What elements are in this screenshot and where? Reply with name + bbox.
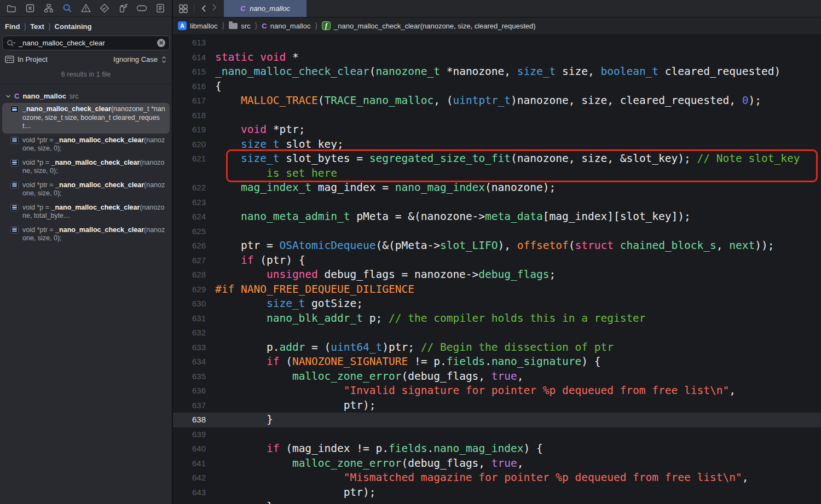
code-line[interactable]: 620 size_t slot_key;	[173, 137, 821, 152]
line-number: 629	[173, 282, 206, 297]
search-input[interactable]	[19, 39, 154, 47]
code-text: size_t gotSize;	[206, 297, 363, 311]
code-line[interactable]: 625	[173, 224, 821, 239]
code-line[interactable]: 636 "Invalid signature for pointer %p de…	[173, 384, 821, 398]
code-line[interactable]: 631 nano_blk_addr_t p; // the compiler h…	[173, 311, 821, 326]
line-number: 617	[173, 94, 206, 108]
code-line[interactable]: 617 MALLOC_TRACE(TRACE_nano_malloc, (uin…	[173, 94, 821, 108]
find-type-menu[interactable]: Text	[30, 22, 44, 31]
breadcrumb-item[interactable]: Cnano_malloc	[262, 22, 310, 30]
code-text: }	[206, 500, 273, 504]
code-line[interactable]: 630 size_t gotSize;	[173, 297, 821, 311]
search-icon[interactable]	[7, 39, 16, 47]
result-snippet: void *ptr = _nano_malloc_check_clear(nan…	[22, 181, 166, 198]
search-field[interactable]: ✕	[2, 36, 170, 50]
tab-bar: C nano_malloc	[173, 0, 821, 18]
source-control-navigator-icon[interactable]	[23, 2, 37, 14]
search-result-item[interactable]: void *ptr = _nano_malloc_check_clear(nan…	[2, 224, 170, 246]
line-number: 640	[173, 442, 206, 456]
code-line[interactable]: 633 p.addr = (uint64_t)ptr; // Begin the…	[173, 340, 821, 355]
search-result-item[interactable]: void *p = _nano_malloc_check_clear(nanoz…	[2, 157, 170, 178]
issue-navigator-icon[interactable]	[79, 2, 93, 14]
code-line[interactable]: 613	[173, 36, 821, 50]
code-line[interactable]: 643 ptr);	[173, 485, 821, 500]
line-number: 613	[173, 36, 206, 50]
result-snippet: void *ptr = _nano_malloc_check_clear(nan…	[22, 136, 166, 153]
search-result-item[interactable]: void *p = _nano_malloc_check_clear(nanoz…	[2, 201, 170, 223]
code-lines: 613614static void *615_nano_malloc_check…	[173, 36, 821, 504]
code-text: is set here	[206, 166, 337, 181]
code-line[interactable]: 644 }	[173, 500, 821, 504]
code-line[interactable]: 622 mag_index_t mag_index = nano_mag_ind…	[173, 181, 821, 195]
find-navigator-panel: Find ⟩ Text ⟩ Containing ✕ In Project Ig	[0, 0, 172, 504]
debug-navigator-icon[interactable]	[116, 2, 130, 14]
code-line[interactable]: 637 ptr);	[173, 398, 821, 413]
related-items-icon[interactable]	[178, 3, 189, 14]
code-text: ptr);	[206, 398, 376, 413]
jump-bar: Alibmalloc⟩src⟩Cnano_malloc⟩f_nano_mallo…	[173, 18, 821, 34]
breadcrumb-item[interactable]: f_nano_malloc_check_clear(nanozone, size…	[322, 21, 536, 30]
find-match-menu[interactable]: Containing	[55, 22, 92, 31]
code-text	[206, 224, 215, 239]
source-editor[interactable]: 613614static void *615_nano_malloc_check…	[173, 34, 821, 504]
test-navigator-icon[interactable]	[97, 2, 112, 14]
code-line[interactable]: 624 nano_meta_admin_t pMeta = &(nanozone…	[173, 210, 821, 224]
case-sensitivity-label[interactable]: Ignoring Case	[113, 55, 158, 63]
line-number: 633	[173, 340, 206, 355]
code-text: }	[206, 413, 273, 427]
code-text: mag_index_t mag_index = nano_mag_index(n…	[206, 181, 556, 195]
scope-label[interactable]: In Project	[18, 55, 48, 63]
code-line[interactable]: 621 size_t slot_bytes = segregated_size_…	[173, 152, 821, 166]
code-line[interactable]: 632	[173, 326, 821, 340]
function-icon: f	[322, 21, 331, 30]
forward-button[interactable]	[212, 3, 217, 11]
disclosure-chevron-icon[interactable]	[5, 92, 11, 100]
breadcrumb-label: libmalloc	[190, 22, 218, 30]
code-line[interactable]: 626 ptr = OSAtomicDequeue(&(pMeta->slot_…	[173, 239, 821, 253]
code-text: malloc_zone_error(debug_flags, true,	[206, 456, 524, 471]
code-line[interactable]: 627 if (ptr) {	[173, 253, 821, 268]
line-number: 615	[173, 65, 206, 79]
line-number: 631	[173, 311, 206, 326]
code-text: MALLOC_TRACE(TRACE_nano_malloc, (uintptr…	[206, 94, 761, 108]
breadcrumb-separator: ⟩	[255, 21, 258, 31]
code-text: ptr);	[206, 485, 376, 500]
line-number: 634	[173, 355, 206, 369]
search-result-item[interactable]: void *ptr = _nano_malloc_check_clear(nan…	[2, 179, 170, 201]
code-line[interactable]: 635 malloc_zone_error(debug_flags, true,	[173, 369, 821, 384]
tab-nano-malloc[interactable]: C nano_malloc	[224, 0, 307, 17]
find-navigator-icon[interactable]	[60, 2, 74, 14]
code-line[interactable]: 616{	[173, 79, 821, 94]
result-group-header[interactable]: C nano_malloc src	[0, 91, 172, 102]
symbol-navigator-icon[interactable]	[42, 2, 56, 14]
code-line[interactable]: 619 void *ptr;	[173, 123, 821, 137]
code-line[interactable]: 639	[173, 427, 821, 442]
report-navigator-icon[interactable]	[153, 2, 167, 14]
project-navigator-icon[interactable]	[4, 2, 19, 14]
code-line[interactable]: 615_nano_malloc_check_clear(nanozone_t *…	[173, 65, 821, 79]
stepper-icon[interactable]	[161, 56, 167, 63]
breadcrumb-item[interactable]: src	[229, 22, 250, 30]
back-button[interactable]	[201, 4, 206, 13]
code-line[interactable]: 623	[173, 195, 821, 210]
code-line[interactable]: 641 malloc_zone_error(debug_flags, true,	[173, 456, 821, 471]
line-number: 642	[173, 471, 206, 485]
code-line[interactable]: 629#if NANO_FREE_DEQUEUE_DILIGENCE	[173, 282, 821, 297]
code-line[interactable]: 640 if (mag_index != p.fields.nano_mag_i…	[173, 442, 821, 456]
code-line[interactable]: is set here	[173, 166, 821, 181]
code-text: nano_blk_addr_t p; // the compiler holds…	[206, 311, 646, 326]
breakpoint-navigator-icon[interactable]	[135, 2, 149, 14]
code-line[interactable]: 618	[173, 108, 821, 123]
code-line[interactable]: 614static void *	[173, 50, 821, 65]
code-line[interactable]: 642 "Mismatched magazine for pointer %p …	[173, 471, 821, 485]
search-result-item[interactable]: _nano_malloc_check_clear(nanozone_t *nan…	[2, 103, 170, 134]
search-result-item[interactable]: void *ptr = _nano_malloc_check_clear(nan…	[2, 134, 170, 156]
line-number: 619	[173, 123, 206, 137]
find-menu[interactable]: Find	[5, 22, 20, 31]
code-line[interactable]: 634 if (NANOZONE_SIGNATURE != p.fields.n…	[173, 355, 821, 369]
breadcrumb-item[interactable]: Alibmalloc	[178, 21, 218, 30]
line-number: 632	[173, 326, 206, 340]
clear-search-icon[interactable]: ✕	[157, 39, 165, 47]
code-line[interactable]: 638 }	[173, 413, 821, 427]
code-line[interactable]: 628 unsigned debug_flags = nanozone->deb…	[173, 268, 821, 282]
